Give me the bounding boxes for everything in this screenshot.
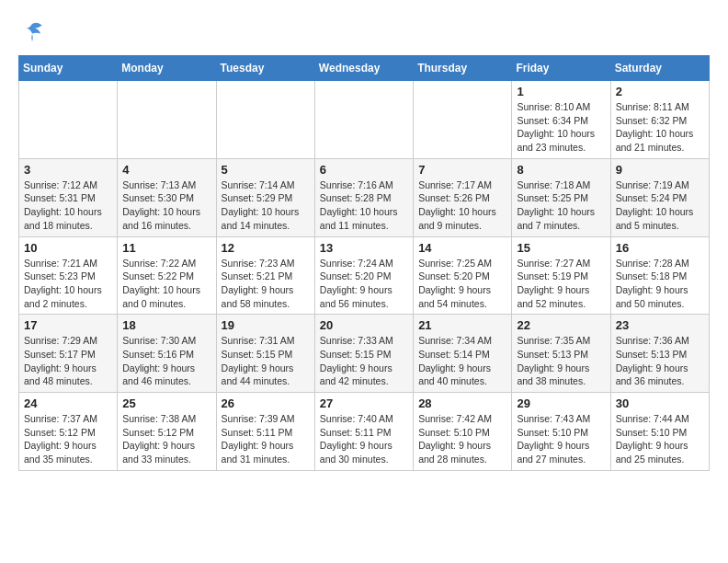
calendar-cell: 28Sunrise: 7:42 AM Sunset: 5:10 PM Dayli… xyxy=(414,393,512,471)
calendar-cell: 6Sunrise: 7:16 AM Sunset: 5:28 PM Daylig… xyxy=(314,158,413,236)
day-info: Sunrise: 7:12 AM Sunset: 5:31 PM Dayligh… xyxy=(24,178,112,233)
day-info: Sunrise: 7:27 AM Sunset: 5:19 PM Dayligh… xyxy=(517,257,605,311)
calendar-cell: 20Sunrise: 7:33 AM Sunset: 5:15 PM Dayli… xyxy=(314,315,413,393)
calendar-table: SundayMondayTuesdayWednesdayThursdayFrid… xyxy=(18,55,710,471)
calendar-cell: 5Sunrise: 7:14 AM Sunset: 5:29 PM Daylig… xyxy=(216,158,314,236)
logo xyxy=(18,18,50,46)
calendar-cell: 2Sunrise: 8:11 AM Sunset: 6:32 PM Daylig… xyxy=(610,81,709,159)
calendar-cell: 26Sunrise: 7:39 AM Sunset: 5:11 PM Dayli… xyxy=(216,393,314,471)
day-info: Sunrise: 7:42 AM Sunset: 5:10 PM Dayligh… xyxy=(418,412,506,466)
day-number: 1 xyxy=(517,85,605,98)
calendar-cell: 15Sunrise: 7:27 AM Sunset: 5:19 PM Dayli… xyxy=(512,236,610,315)
day-info: Sunrise: 7:14 AM Sunset: 5:29 PM Dayligh… xyxy=(222,178,310,233)
day-number: 17 xyxy=(24,318,112,332)
day-info: Sunrise: 7:19 AM Sunset: 5:24 PM Dayligh… xyxy=(616,178,704,233)
day-number: 24 xyxy=(24,396,112,410)
calendar-cell: 23Sunrise: 7:36 AM Sunset: 5:13 PM Dayli… xyxy=(610,315,709,393)
day-info: Sunrise: 8:10 AM Sunset: 6:34 PM Dayligh… xyxy=(517,100,605,155)
day-number: 23 xyxy=(616,318,704,332)
calendar-week-row: 10Sunrise: 7:21 AM Sunset: 5:23 PM Dayli… xyxy=(19,236,710,315)
calendar-cell: 14Sunrise: 7:25 AM Sunset: 5:20 PM Dayli… xyxy=(414,236,512,315)
day-number: 30 xyxy=(616,396,704,410)
weekday-header: Tuesday xyxy=(216,56,314,81)
day-info: Sunrise: 7:36 AM Sunset: 5:13 PM Dayligh… xyxy=(616,334,704,388)
calendar-cell: 29Sunrise: 7:43 AM Sunset: 5:10 PM Dayli… xyxy=(512,393,610,471)
calendar-cell xyxy=(414,81,512,159)
calendar-cell: 18Sunrise: 7:30 AM Sunset: 5:16 PM Dayli… xyxy=(118,315,216,393)
weekday-header: Saturday xyxy=(610,56,709,81)
day-info: Sunrise: 8:11 AM Sunset: 6:32 PM Dayligh… xyxy=(616,100,704,155)
weekday-header: Sunday xyxy=(19,56,118,81)
day-info: Sunrise: 7:18 AM Sunset: 5:25 PM Dayligh… xyxy=(517,178,605,233)
day-number: 18 xyxy=(122,318,210,332)
day-number: 13 xyxy=(320,241,408,255)
calendar-cell: 21Sunrise: 7:34 AM Sunset: 5:14 PM Dayli… xyxy=(414,315,512,393)
weekday-header: Monday xyxy=(118,56,216,81)
day-number: 7 xyxy=(418,163,506,177)
day-number: 16 xyxy=(616,241,704,255)
day-number: 21 xyxy=(418,318,506,332)
weekday-header: Friday xyxy=(512,56,610,81)
calendar-cell: 27Sunrise: 7:40 AM Sunset: 5:11 PM Dayli… xyxy=(314,393,413,471)
day-info: Sunrise: 7:38 AM Sunset: 5:12 PM Dayligh… xyxy=(122,412,210,466)
day-number: 19 xyxy=(222,318,310,332)
calendar-cell xyxy=(314,81,413,159)
day-number: 20 xyxy=(320,318,408,332)
calendar-cell: 4Sunrise: 7:13 AM Sunset: 5:30 PM Daylig… xyxy=(118,158,216,236)
day-number: 25 xyxy=(122,396,210,410)
day-number: 9 xyxy=(616,163,704,177)
day-number: 3 xyxy=(24,163,112,177)
day-info: Sunrise: 7:31 AM Sunset: 5:15 PM Dayligh… xyxy=(222,334,310,388)
calendar-cell: 9Sunrise: 7:19 AM Sunset: 5:24 PM Daylig… xyxy=(610,158,709,236)
day-info: Sunrise: 7:25 AM Sunset: 5:20 PM Dayligh… xyxy=(418,257,506,311)
day-info: Sunrise: 7:35 AM Sunset: 5:13 PM Dayligh… xyxy=(517,334,605,388)
calendar-cell: 22Sunrise: 7:35 AM Sunset: 5:13 PM Dayli… xyxy=(512,315,610,393)
calendar-cell: 24Sunrise: 7:37 AM Sunset: 5:12 PM Dayli… xyxy=(19,393,118,471)
day-number: 6 xyxy=(320,163,408,177)
day-number: 11 xyxy=(122,241,210,255)
calendar-cell: 11Sunrise: 7:22 AM Sunset: 5:22 PM Dayli… xyxy=(118,236,216,315)
day-number: 2 xyxy=(616,85,704,98)
calendar-week-row: 24Sunrise: 7:37 AM Sunset: 5:12 PM Dayli… xyxy=(19,393,710,471)
day-number: 5 xyxy=(222,163,310,177)
calendar-cell: 3Sunrise: 7:12 AM Sunset: 5:31 PM Daylig… xyxy=(19,158,118,236)
day-number: 22 xyxy=(517,318,605,332)
day-info: Sunrise: 7:17 AM Sunset: 5:26 PM Dayligh… xyxy=(418,178,506,233)
day-info: Sunrise: 7:30 AM Sunset: 5:16 PM Dayligh… xyxy=(122,334,210,388)
calendar-cell: 8Sunrise: 7:18 AM Sunset: 5:25 PM Daylig… xyxy=(512,158,610,236)
calendar-cell: 12Sunrise: 7:23 AM Sunset: 5:21 PM Dayli… xyxy=(216,236,314,315)
calendar-cell xyxy=(19,81,118,159)
day-info: Sunrise: 7:24 AM Sunset: 5:20 PM Dayligh… xyxy=(320,257,408,311)
logo-icon xyxy=(18,18,46,46)
calendar-week-row: 3Sunrise: 7:12 AM Sunset: 5:31 PM Daylig… xyxy=(19,158,710,236)
page-header xyxy=(18,18,710,46)
day-info: Sunrise: 7:39 AM Sunset: 5:11 PM Dayligh… xyxy=(222,412,310,466)
calendar-header-row: SundayMondayTuesdayWednesdayThursdayFrid… xyxy=(19,56,710,81)
day-info: Sunrise: 7:43 AM Sunset: 5:10 PM Dayligh… xyxy=(517,412,605,466)
calendar-cell: 10Sunrise: 7:21 AM Sunset: 5:23 PM Dayli… xyxy=(19,236,118,315)
calendar-cell: 19Sunrise: 7:31 AM Sunset: 5:15 PM Dayli… xyxy=(216,315,314,393)
calendar-week-row: 17Sunrise: 7:29 AM Sunset: 5:17 PM Dayli… xyxy=(19,315,710,393)
day-number: 28 xyxy=(418,396,506,410)
calendar-cell xyxy=(118,81,216,159)
day-info: Sunrise: 7:13 AM Sunset: 5:30 PM Dayligh… xyxy=(122,178,210,233)
day-info: Sunrise: 7:44 AM Sunset: 5:10 PM Dayligh… xyxy=(616,412,704,466)
weekday-header: Wednesday xyxy=(314,56,413,81)
calendar-cell xyxy=(216,81,314,159)
day-number: 15 xyxy=(517,241,605,255)
day-number: 8 xyxy=(517,163,605,177)
weekday-header: Thursday xyxy=(414,56,512,81)
day-info: Sunrise: 7:37 AM Sunset: 5:12 PM Dayligh… xyxy=(24,412,112,466)
day-info: Sunrise: 7:34 AM Sunset: 5:14 PM Dayligh… xyxy=(418,334,506,388)
calendar-cell: 25Sunrise: 7:38 AM Sunset: 5:12 PM Dayli… xyxy=(118,393,216,471)
day-info: Sunrise: 7:29 AM Sunset: 5:17 PM Dayligh… xyxy=(24,334,112,388)
day-number: 26 xyxy=(222,396,310,410)
day-info: Sunrise: 7:23 AM Sunset: 5:21 PM Dayligh… xyxy=(222,257,310,311)
day-info: Sunrise: 7:33 AM Sunset: 5:15 PM Dayligh… xyxy=(320,334,408,388)
day-info: Sunrise: 7:21 AM Sunset: 5:23 PM Dayligh… xyxy=(24,257,112,311)
day-info: Sunrise: 7:28 AM Sunset: 5:18 PM Dayligh… xyxy=(616,257,704,311)
calendar-cell: 7Sunrise: 7:17 AM Sunset: 5:26 PM Daylig… xyxy=(414,158,512,236)
day-number: 29 xyxy=(517,396,605,410)
calendar-cell: 17Sunrise: 7:29 AM Sunset: 5:17 PM Dayli… xyxy=(19,315,118,393)
day-info: Sunrise: 7:22 AM Sunset: 5:22 PM Dayligh… xyxy=(122,257,210,311)
